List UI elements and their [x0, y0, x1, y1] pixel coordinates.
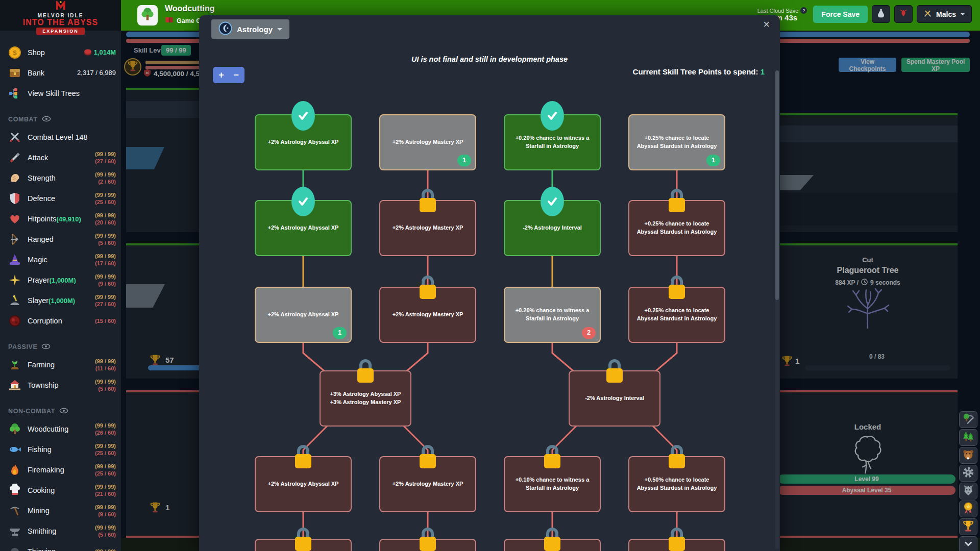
skilltree-node-r3c3[interactable]: +0.20% chance to witness a Starfall in A… — [504, 287, 601, 343]
skilltree-node-r5c1[interactable]: +2% Astrology Abyssal XP — [255, 456, 352, 512]
sidebar-item-smithing[interactable]: Smithing(99 / 99)(5 / 60) — [0, 521, 121, 541]
node-text: +0.20% chance to witness a Starfall in A… — [510, 134, 595, 151]
skilltree-node-r6c3[interactable] — [504, 539, 601, 551]
skilltree-node-r4m2[interactable]: -2% Astrology Interval — [569, 370, 660, 427]
lock-icon — [667, 274, 687, 303]
node-text: +0.25% chance to locate Abyssal Stardust… — [634, 220, 719, 236]
user-menu-button[interactable]: Malcs — [917, 5, 972, 23]
sidebar-item-combat-level-148[interactable]: Combat Level 148 — [0, 127, 121, 147]
character-button[interactable] — [894, 5, 913, 23]
sidebar-item-label: Township — [28, 381, 58, 389]
skilltree-node-r5c2[interactable]: +2% Astrology Mastery XP — [379, 456, 476, 512]
sidebar-item-abyssal-level: (25 / 60) — [95, 198, 116, 206]
eye-icon[interactable] — [41, 343, 51, 351]
sidebar-item-abyssal-level: (15 / 60) — [95, 317, 116, 324]
sidebar-item-suffix: (1,000M) — [50, 277, 76, 284]
lock-icon — [542, 444, 562, 472]
sidebar-item-hitpoints[interactable]: Hitpoints(49,910)(99 / 99)(20 / 60) — [0, 209, 121, 229]
node-text: +2% Astrology Abyssal XP — [268, 480, 339, 488]
rail-button-trophy[interactable] — [959, 518, 977, 535]
sidebar-item-level: (99 / 99) — [95, 253, 116, 260]
sidebar-item-label: Thieving — [28, 547, 56, 551]
skilltree-node-r6c4[interactable] — [628, 539, 725, 551]
side-icon-rail — [959, 411, 979, 551]
skilltree-node-r2c4[interactable]: +0.25% chance to locate Abyssal Stardust… — [628, 200, 725, 256]
sidebar-item-strength[interactable]: Strength(99 / 99)(2 / 60) — [0, 168, 121, 188]
sidebar-item-level: (99 / 99) — [95, 524, 116, 531]
sidebar-item-suffix: (1,000M) — [48, 297, 75, 305]
sidebar-nav: $Shop1,014MBank2,317 / 6,989View Skill T… — [0, 41, 121, 551]
rail-button-beaver[interactable] — [959, 447, 977, 464]
skilltree-node-r1c4[interactable]: +0.25% chance to locate Abyssal Stardust… — [628, 114, 725, 170]
skilltree-node-r5c3[interactable]: +0.10% chance to witness a Starfall in A… — [504, 456, 601, 512]
sidebar-item-corruption[interactable]: Corruption(15 / 60) — [0, 311, 121, 331]
sidebar-item-abyssal-level: (26 / 60) — [95, 429, 116, 436]
sidebar-item-attack[interactable]: Attack(99 / 99)(27 / 60) — [0, 147, 121, 168]
sidebar-item-slayer[interactable]: Slayer(1,000M)(99 / 99)(27 / 60) — [0, 290, 121, 311]
gear-icon — [962, 466, 974, 480]
sidebar-item-label: Corruption — [28, 317, 62, 325]
eye-icon[interactable] — [59, 408, 68, 415]
rail-button-tree-pickaxe[interactable] — [959, 411, 977, 428]
smithing-icon — [8, 524, 21, 538]
sidebar-item-township[interactable]: Township(99 / 99)(5 / 60) — [0, 375, 121, 395]
skill-tree-canvas[interactable]: +2% Astrology Abyssal XP+2% Astrology Ma… — [199, 15, 780, 551]
potion-button[interactable] — [872, 5, 890, 23]
sidebar-item-thieving[interactable]: Thieving(99 / 99) — [0, 541, 121, 551]
prayer-icon — [8, 273, 21, 287]
force-save-button[interactable]: Force Save — [813, 6, 868, 23]
node-text: +2% Astrology Abyssal XP — [268, 138, 339, 146]
skilltree-node-r3c2[interactable]: +2% Astrology Mastery XP — [379, 287, 476, 343]
sidebar-item-view-skill-trees[interactable]: View Skill Trees — [0, 83, 121, 104]
sidebar-item-abyssal-level: (5 / 60) — [98, 385, 116, 392]
sidebar-item-shop[interactable]: $Shop1,014M — [0, 42, 121, 63]
sidebar-item-fishing[interactable]: Fishing(99 / 99)(25 / 60) — [0, 439, 121, 460]
scrollbar-thumb[interactable] — [775, 70, 779, 300]
modal-scrollbar[interactable] — [775, 70, 779, 549]
magic-icon — [8, 253, 21, 266]
lock-icon — [542, 527, 562, 551]
sidebar-item-label: Mining — [28, 507, 50, 515]
skilltree-node-r2c1[interactable]: +2% Astrology Abyssal XP — [255, 200, 352, 256]
sidebar-item-abyssal-level: (27 / 60) — [95, 300, 116, 308]
skilltree-node-r5c4[interactable]: +0.50% chance to locate Abyssal Stardust… — [628, 456, 725, 512]
skilltree-node-r2c3[interactable]: -2% Astrology Interval — [504, 200, 601, 256]
skilltree-node-r3c4[interactable]: +0.25% chance to locate Abyssal Stardust… — [628, 287, 725, 343]
sidebar-item-level: (99 / 99) — [95, 358, 116, 365]
sidebar-item-cooking[interactable]: Cooking(99 / 99)(21 / 60) — [0, 480, 121, 500]
sidebar-item-label: Woodcutting — [28, 425, 68, 433]
page-title: Woodcutting — [165, 4, 214, 13]
rail-button-medal[interactable] — [959, 500, 977, 517]
skilltree-node-r4m1[interactable]: +3% Astrology Abyssal XP+3% Astrology Ma… — [320, 370, 411, 427]
sidebar-item-woodcutting[interactable]: Woodcutting(99 / 99)(26 / 60) — [0, 419, 121, 439]
checkmark-icon — [291, 101, 315, 131]
help-icon[interactable]: ? — [800, 7, 807, 14]
skilltree-node-r3c1[interactable]: +2% Astrology Abyssal XP1 — [255, 287, 352, 343]
sidebar-item-mining[interactable]: Mining(99 / 99)(9 / 60) — [0, 500, 121, 521]
skilltree-node-r6c2[interactable] — [379, 539, 476, 551]
mining-icon — [8, 504, 21, 517]
sidebar-item-label: Bank — [28, 69, 44, 77]
sidebar-item-label: Magic — [28, 256, 47, 264]
rail-button-forest[interactable] — [959, 429, 977, 446]
skilltree-node-r6c1[interactable] — [255, 539, 352, 551]
sidebar-item-magic[interactable]: Magic(99 / 99)(17 / 60) — [0, 249, 121, 270]
sidebar-item-prayer[interactable]: Prayer(1,000M)(99 / 99)(9 / 60) — [0, 270, 121, 290]
sidebar-item-level: (99 / 99) — [95, 151, 116, 158]
sidebar-item-label: Attack — [28, 154, 48, 162]
sidebar-item-firemaking[interactable]: Firemaking(99 / 99)(25 / 60) — [0, 460, 121, 480]
sidebar-item-farming[interactable]: Farming(99 / 99)(11 / 60) — [0, 355, 121, 375]
sidebar-item-abyssal-level: (27 / 60) — [95, 158, 116, 165]
skilltree-node-r1c2[interactable]: +2% Astrology Mastery XP1 — [379, 114, 476, 170]
skilltree-node-r1c1[interactable]: +2% Astrology Abyssal XP — [255, 114, 352, 170]
sidebar-item-label: Cooking — [28, 486, 55, 494]
rail-button-wolf[interactable] — [959, 483, 977, 499]
rail-button-chevron-down[interactable] — [959, 536, 977, 551]
skilltree-node-r1c3[interactable]: +0.20% chance to witness a Starfall in A… — [504, 114, 601, 170]
sidebar-item-ranged[interactable]: Ranged(99 / 99)(5 / 60) — [0, 229, 121, 249]
sidebar-item-defence[interactable]: Defence(99 / 99)(25 / 60) — [0, 188, 121, 209]
skilltree-node-r2c2[interactable]: +2% Astrology Mastery XP — [379, 200, 476, 256]
rail-button-gear[interactable] — [959, 465, 977, 482]
eye-icon[interactable] — [42, 116, 51, 123]
sidebar-item-bank[interactable]: Bank2,317 / 6,989 — [0, 63, 121, 83]
